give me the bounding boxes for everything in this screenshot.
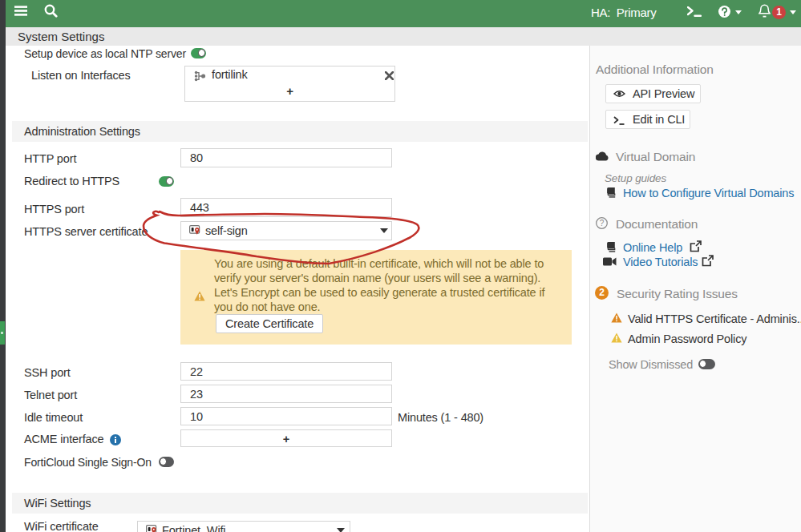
svg-text:?: ? — [600, 219, 605, 228]
